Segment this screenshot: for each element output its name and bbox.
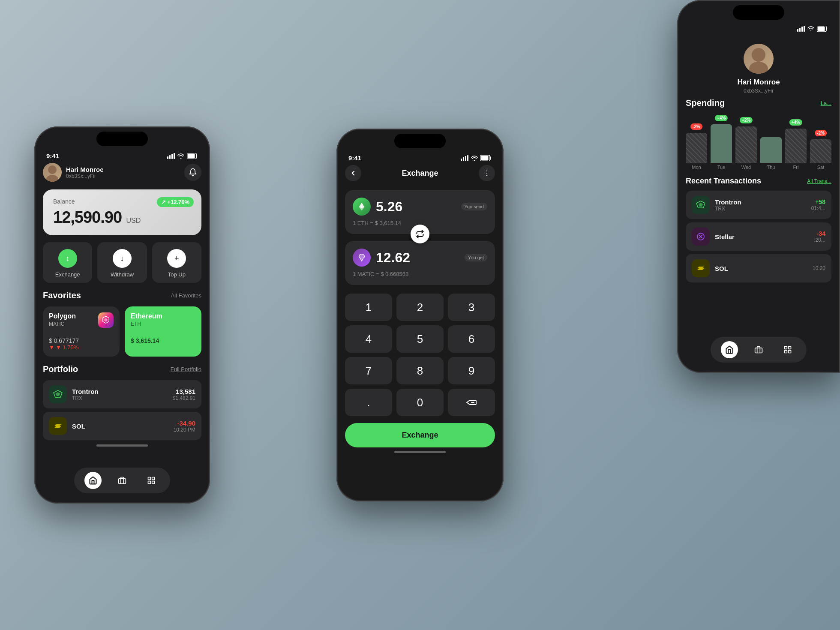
swap-icon [416,230,424,238]
chart-bar-fri: +4% Fri [785,129,807,170]
tx-stellar[interactable]: Stellar -34 :20... [686,222,831,251]
sol-icon [49,417,67,435]
ethereum-card[interactable]: Ethereum ETH $ 3,615.14 [125,306,201,357]
grid-icon-1 [147,476,156,485]
key-6[interactable]: 6 [448,325,495,353]
signal-icon [167,153,175,159]
svg-point-21 [486,171,487,171]
thu-label: Thu [767,165,775,170]
nav-grid-3[interactable] [779,341,796,358]
trontron-usd: $1,482.91 [173,395,195,401]
svg-point-33 [752,48,765,62]
balance-row: 12,590.90 USD [53,208,191,227]
all-transactions-link[interactable]: All Trans... [807,178,831,184]
transactions-title: Recent Transactions [686,177,761,186]
key-dot[interactable]: . [345,389,392,416]
svg-rect-16 [463,157,464,161]
transactions-header: Recent Transactions All Trans... [686,177,831,186]
trontron-item[interactable]: Trontron TRX 13,581 $1,482.91 [43,380,201,408]
svg-rect-42 [789,351,791,353]
numpad: 1 2 3 4 5 6 7 8 9 . 0 [345,294,495,416]
bottom-nav-3 [711,337,807,363]
home-icon-3 [725,345,734,354]
spending-chart: -2% Mon +4% Tue [686,114,831,170]
p3-profile: Hari Monroe 0xb3Sx...yFir [686,35,831,98]
exchange-action-button[interactable]: Exchange [345,423,495,447]
sol-item[interactable]: SOL -34.90 10:20 PM [43,412,201,440]
nav-home-1[interactable] [84,472,102,489]
nav-briefcase-1[interactable] [114,472,131,489]
polygon-card[interactable]: Polygon MATIC $ 0.677177 ▼▼ 1.75% [43,306,120,357]
back-button[interactable] [345,165,361,181]
key-0[interactable]: 0 [396,389,444,416]
backspace-icon [466,399,477,406]
sat-bar [810,139,831,163]
sol-info: SOL [72,423,168,430]
tx-stellar-values: -34 :20... [814,230,825,243]
svg-rect-40 [789,347,791,349]
bell-button[interactable] [184,164,201,181]
chart-bar-sat: -2% Sat [810,139,831,170]
grid-icon-3 [783,345,792,354]
more-button[interactable] [479,165,495,181]
swap-button[interactable] [411,225,429,243]
dynamic-island-1 [96,132,148,146]
wed-badge: +2% [740,117,753,123]
tx-sol-icon [692,259,710,277]
home-indicator-1 [96,444,148,447]
svg-point-22 [486,173,487,174]
you-send-card: 5.26 You send 1 ETH = $ 3,615.14 [345,190,495,234]
key-3[interactable]: 3 [448,294,495,321]
withdraw-button[interactable]: ↓ Withdraw [97,242,147,283]
tx-sol-info: SOL [715,265,807,272]
key-4[interactable]: 4 [345,325,392,353]
status-icons-1 [167,153,198,159]
all-favorites-link[interactable]: All Favorites [171,292,201,299]
spending-link[interactable]: La... [821,100,831,106]
tx-sol[interactable]: SOL 10:20 [686,254,831,282]
polygon-price: $ 0.677177 [49,337,114,344]
svg-rect-39 [785,347,787,349]
tx-stellar-change: -34 [814,230,825,237]
exchange-label: Exchange [55,271,80,278]
svg-marker-9 [56,392,60,396]
nav-grid-1[interactable] [143,472,160,489]
fri-bar [785,129,807,163]
user-text-1: Hari Monroe 0xb3Sx...yFir [66,166,104,179]
nav-briefcase-3[interactable] [750,341,767,358]
key-9[interactable]: 9 [448,357,495,384]
mon-bar [686,133,707,163]
portfolio-section: Portfolio Full Portfolio Trontron TRX 13… [43,364,201,440]
svg-rect-0 [167,156,168,159]
key-2[interactable]: 2 [396,294,444,321]
bell-icon [189,168,197,177]
action-buttons: ↕ Exchange ↓ Withdraw + Top Up [43,242,201,283]
key-7[interactable]: 7 [345,357,392,384]
key-backspace[interactable] [448,389,495,416]
svg-rect-12 [152,477,155,480]
portfolio-header: Portfolio Full Portfolio [43,364,201,374]
tx-trontron[interactable]: Trontron TRX +58 01:4... [686,191,831,219]
avatar-1 [43,163,62,182]
nav-home-3[interactable] [721,341,738,358]
mon-badge: -2% [690,123,702,130]
transactions-section: Recent Transactions All Trans... Trontro… [686,177,831,282]
chart-bar-tue: +4% Tue [711,124,732,170]
tue-badge: +4% [715,115,728,121]
trontron-icon [49,385,67,403]
full-portfolio-link[interactable]: Full Portfolio [171,366,201,372]
key-8[interactable]: 8 [396,357,444,384]
tx-trontron-info: Trontron TRX [715,198,806,212]
matic-rate: 1 MATIC = $ 0.668568 [353,271,487,277]
exchange-button[interactable]: ↕ Exchange [43,242,92,283]
user-name-3: Hari Monroe [737,78,780,87]
phone-spending: Hari Monroe 0xb3Sx...yFir Spending La...… [677,0,840,373]
sol-change: -34.90 [174,420,195,427]
topup-button[interactable]: + Top Up [152,242,201,283]
trontron-ticker: TRX [72,395,168,401]
key-5[interactable]: 5 [396,325,444,353]
sat-badge: -2% [815,130,827,136]
fri-label: Fri [793,165,799,170]
status-bar-2: 9:41 [336,148,504,165]
key-1[interactable]: 1 [345,294,392,321]
